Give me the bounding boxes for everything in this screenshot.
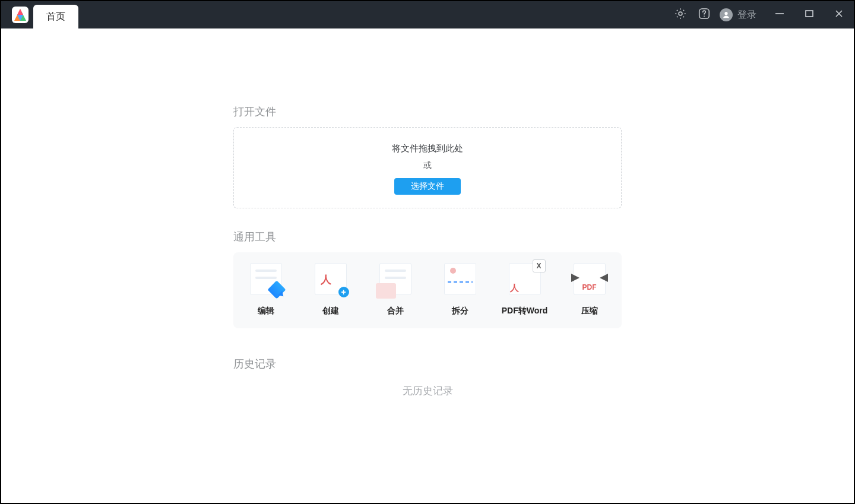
avatar-icon (720, 8, 733, 21)
pdf-to-word-icon: 人 X (509, 263, 541, 295)
window-close-button[interactable] (824, 1, 854, 28)
svg-rect-6 (806, 11, 813, 17)
history-title: 历史记录 (233, 357, 622, 371)
tools-grid: 编辑 人 + 创建 合并 (233, 252, 622, 328)
tool-edit[interactable]: 编辑 (238, 263, 294, 316)
create-icon: 人 + (315, 263, 347, 295)
tools-title: 通用工具 (233, 230, 622, 244)
tool-merge[interactable]: 合并 (367, 263, 424, 316)
window-minimize-button[interactable] (765, 1, 794, 28)
window-maximize-button[interactable] (794, 1, 824, 28)
svg-point-4 (724, 12, 727, 15)
login-button[interactable]: 登录 (720, 8, 756, 21)
settings-button[interactable] (669, 1, 692, 28)
merge-icon (379, 263, 411, 295)
tool-split-label: 拆分 (432, 306, 489, 316)
close-icon (834, 9, 844, 21)
help-icon (698, 7, 711, 23)
tool-compress[interactable]: PDF 压缩 (561, 263, 618, 316)
tool-create-label: 创建 (302, 306, 359, 316)
maximize-icon (805, 9, 814, 21)
tool-compress-label: 压缩 (561, 306, 618, 316)
tool-edit-label: 编辑 (238, 306, 294, 316)
history-empty-text: 无历史记录 (233, 384, 622, 398)
edit-icon (250, 263, 282, 295)
split-icon (444, 263, 476, 295)
tool-create[interactable]: 人 + 创建 (302, 263, 359, 316)
tool-pdf-to-word-label: PDF转Word (496, 306, 553, 316)
select-file-label: 选择文件 (411, 181, 444, 191)
select-file-button[interactable]: 选择文件 (394, 178, 461, 195)
dropzone-or-text: 或 (240, 160, 615, 171)
help-button[interactable] (692, 1, 716, 28)
open-file-title: 打开文件 (233, 104, 622, 119)
tool-pdf-to-word[interactable]: 人 X PDF转Word (496, 263, 553, 316)
gear-icon (674, 7, 687, 23)
minimize-icon (774, 8, 785, 21)
tab-home-label: 首页 (46, 11, 65, 23)
tab-home[interactable]: 首页 (33, 5, 78, 28)
main-content: 打开文件 将文件拖拽到此处 或 选择文件 通用工具 编辑 (1, 28, 854, 503)
file-dropzone[interactable]: 将文件拖拽到此处 或 选择文件 (233, 127, 622, 208)
compress-icon: PDF (574, 263, 606, 295)
login-label: 登录 (737, 9, 756, 21)
title-bar: 首页 登录 (1, 1, 854, 28)
tool-split[interactable]: 拆分 (432, 263, 489, 316)
svg-point-3 (704, 15, 705, 17)
tool-merge-label: 合并 (367, 306, 424, 316)
svg-point-1 (679, 12, 682, 15)
dropzone-drag-text: 将文件拖拽到此处 (240, 143, 615, 154)
app-logo (7, 2, 33, 28)
